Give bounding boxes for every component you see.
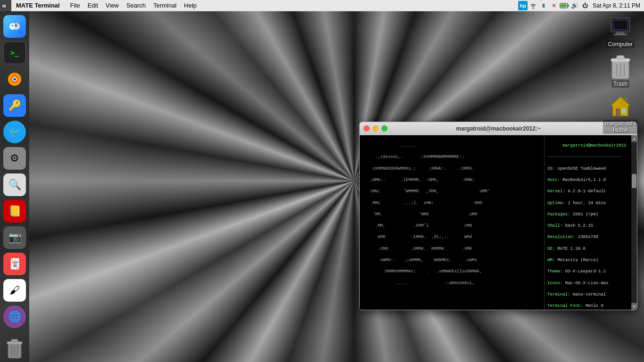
menu-view[interactable]: View (102, 0, 123, 11)
svg-point-9 (11, 25, 13, 26)
wifi-icon (528, 1, 538, 10)
scroll-down[interactable]: ▼ (631, 303, 637, 310)
desktop-home[interactable]: margatroid's Home (602, 93, 639, 136)
home-label: margatroid's Home (603, 120, 638, 134)
trash-icon (609, 56, 632, 78)
terminal-titlebar: margatroid@macbookair2012:~ (360, 122, 637, 135)
menu-search[interactable]: Search (123, 0, 149, 11)
computer-icon (609, 16, 632, 39)
terminal-info: margatroid@macbookair2012 --------------… (544, 135, 631, 310)
terminal-body: ...... .,cdxxxoc,. .:kKMMMNWMMMMMNk:. cK… (360, 135, 637, 310)
desktop-computer[interactable]: Computer (602, 14, 639, 50)
menubar-right: hp ✕ 🔊 ⏻ Sat Apr 8, (518, 1, 644, 10)
desktop-icons: Computer Trash margatroid's (602, 14, 639, 136)
volume-icon: 🔊 (570, 1, 579, 10)
dock-tor[interactable]: 🌐 (3, 305, 26, 328)
menu-file[interactable]: File (66, 0, 84, 11)
svg-rect-23 (616, 32, 625, 34)
dock-address[interactable]: 📒 (3, 200, 26, 222)
svg-rect-29 (617, 56, 624, 59)
maximize-button[interactable] (381, 125, 388, 132)
svg-rect-34 (616, 108, 620, 116)
svg-point-10 (15, 25, 17, 26)
menu-help[interactable]: Help (180, 0, 200, 11)
desktop-trash[interactable]: Trash (602, 54, 639, 90)
terminal-ascii[interactable]: ...... .,cdxxxoc,. .:kKMMMNWMMMMMNk:. cK… (360, 135, 544, 310)
scroll-thumb[interactable] (632, 174, 636, 188)
svg-rect-5 (561, 4, 567, 7)
terminal-title: margatroid@macbookair2012:~ (456, 125, 540, 132)
svg-rect-26 (614, 21, 627, 29)
svg-text:M: M (2, 4, 6, 8)
dock-camera[interactable]: 📷 (3, 226, 26, 249)
computer-label: Computer (606, 41, 635, 48)
svg-rect-35 (621, 108, 626, 113)
dock-cards[interactable]: 🃏 (3, 253, 26, 275)
trash-label: Trash (611, 80, 629, 88)
network-icon: ✕ (549, 1, 559, 10)
menubar: M MATE Terminal File Edit View Search Te… (0, 0, 644, 11)
dock-twitter[interactable]: 🐦 (3, 121, 26, 143)
clock: Sat Apr 8, 2:11 PM (593, 2, 640, 9)
dock-system[interactable]: ⚙ (3, 147, 26, 170)
hp-logo: hp (518, 1, 528, 10)
svg-rect-17 (11, 339, 18, 342)
bluetooth-icon (539, 1, 548, 10)
dock-finder[interactable] (3, 15, 26, 38)
home-icon (609, 95, 632, 118)
dock-magnifier[interactable]: 🔍 (3, 173, 26, 196)
svg-rect-36 (620, 97, 627, 107)
mate-logo: M (0, 0, 11, 11)
dock-terminal[interactable]: >_ (3, 41, 26, 64)
dock-brush[interactable]: 🖌 (3, 279, 26, 302)
svg-point-8 (13, 23, 20, 30)
dock-firefox[interactable] (3, 68, 26, 90)
close-button[interactable] (363, 125, 370, 132)
scroll-up[interactable]: ▲ (631, 135, 637, 142)
scroll-track[interactable] (631, 142, 637, 303)
svg-rect-4 (568, 4, 569, 7)
dock-keepass[interactable]: 🔑 (3, 94, 26, 117)
svg-point-2 (533, 7, 534, 8)
minimize-button[interactable] (372, 125, 379, 132)
menu-edit[interactable]: Edit (84, 0, 102, 11)
terminal-scrollbar[interactable]: ▲ ▼ (631, 135, 637, 310)
taskbar: >_ 🔑 🐦 ⚙ 🔍 📒 📷 🃏 🖌 🌐 (0, 11, 29, 362)
dock-trash[interactable] (3, 337, 26, 360)
power-icon: ⏻ (580, 1, 590, 10)
battery-icon (560, 1, 569, 10)
menu-terminal[interactable]: Terminal (149, 0, 180, 11)
svg-point-14 (13, 78, 16, 81)
terminal-window: margatroid@macbookair2012:~ ...... .,cdx… (359, 122, 637, 310)
app-name: MATE Terminal (13, 2, 63, 9)
menubar-left: M MATE Terminal File Edit View Search Te… (0, 0, 518, 11)
svg-rect-24 (614, 34, 627, 35)
